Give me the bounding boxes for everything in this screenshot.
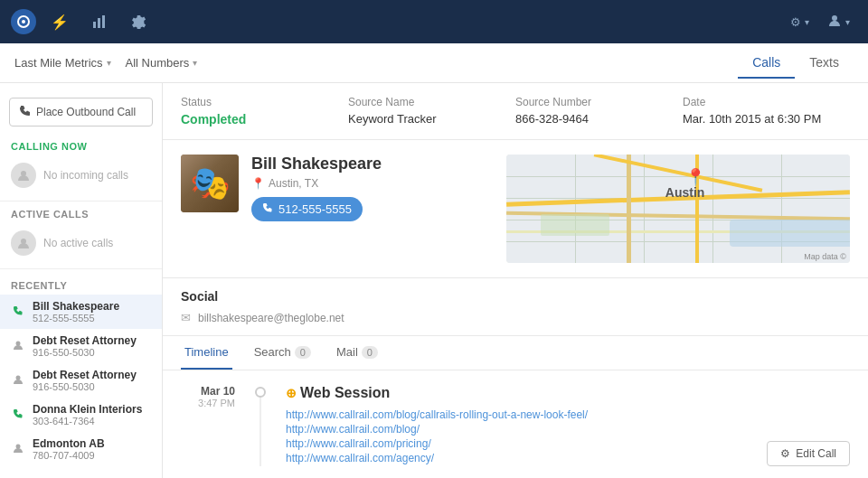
status-label: Status [181, 96, 330, 108]
active-calls-label: ACTIVE CALLS [0, 205, 162, 225]
map-city-label: Austin [665, 185, 705, 200]
recent-item-info-4: Donna Klein Interiors 303-641-7364 [33, 403, 142, 426]
source-name-section: Source Name Keyword Tracker [348, 96, 515, 127]
tab-timeline[interactable]: Timeline [181, 336, 232, 370]
caller-phone-display: 512-555-5555 [278, 202, 352, 216]
recent-item-debt-reset-1[interactable]: Debt Reset Attorney 916-550-5030 [0, 329, 162, 363]
reports-icon[interactable] [83, 5, 116, 38]
activity-icon[interactable]: ⚡ [43, 5, 76, 38]
recent-item-info-2: Debt Reset Attorney 916-550-5030 [33, 334, 137, 358]
phone-call-icon [11, 305, 25, 319]
phone-icon-2 [11, 408, 25, 422]
numbers-selector[interactable]: All Numbers ▾ [126, 52, 198, 73]
top-nav-left: ⚡ [11, 5, 156, 38]
phone-outbound-icon [19, 105, 31, 119]
recent-item-info-5: Edmonton AB 780-707-4009 [33, 437, 105, 461]
recent-item-info-3: Debt Reset Attorney 916-550-5030 [33, 369, 137, 392]
edit-call-button[interactable]: ⚙ Edit Call [767, 441, 850, 466]
numbers-label: All Numbers [126, 56, 190, 70]
caller-info: Bill Shakespeare 📍 Austin, TX 512-555-55… [181, 155, 488, 263]
svg-rect-3 [98, 18, 100, 28]
sidebar-divider-2 [0, 268, 162, 269]
gear-dropdown-btn[interactable]: ⚙ ▾ [783, 12, 816, 33]
caller-city: Austin, TX [269, 177, 318, 190]
place-outbound-call-button[interactable]: Place Outbound Call [9, 98, 153, 127]
caller-details: Bill Shakespeare 📍 Austin, TX 512-555-55… [251, 155, 382, 221]
recently-label: RECENTLY [0, 273, 162, 295]
recent-item-bill-shakespeare[interactable]: Bill Shakespeare 512-555-5555 [0, 295, 162, 329]
recent-item-phone-2: 916-550-5030 [33, 347, 137, 358]
gear-chevron-icon: ▾ [805, 17, 809, 27]
user-icon [827, 14, 842, 31]
date-label: Date [683, 96, 832, 108]
no-active-text: No active calls [43, 237, 113, 249]
call-phone-button[interactable]: 512-555-5555 [251, 197, 363, 221]
sub-nav-left: Last Mile Metrics ▾ All Numbers ▾ [14, 52, 197, 73]
location-pin-icon: 📍 [251, 177, 265, 190]
email-icon: ✉ [181, 311, 191, 324]
caller-name: Bill Shakespeare [251, 155, 382, 173]
tab-calls[interactable]: Calls [738, 48, 795, 79]
source-name-label: Source Name [348, 96, 497, 108]
tab-mail[interactable]: Mail 0 [333, 336, 382, 370]
svg-rect-4 [102, 15, 105, 28]
no-incoming-text: No incoming calls [43, 169, 128, 182]
no-incoming-avatar [11, 163, 36, 188]
map-container[interactable]: Austin 📍 Map data © [506, 155, 850, 263]
recent-item-phone-4: 303-641-7364 [33, 416, 142, 426]
svg-point-9 [16, 375, 21, 380]
social-section: Social ✉ billshakespeare@theglobe.net [163, 278, 868, 336]
user-icon-1 [11, 340, 25, 353]
svg-point-10 [16, 444, 21, 448]
recent-item-donna-klein[interactable]: Donna Klein Interiors 303-641-7364 [0, 398, 162, 432]
timeline-dot-column [250, 385, 271, 466]
svg-point-1 [22, 20, 25, 23]
edit-gear-icon: ⚙ [780, 447, 790, 460]
timeline-row: Mar 10 3:47 PM ⊕ Web Session http://www.… [181, 385, 850, 466]
recent-item-phone-3: 916-550-5030 [33, 381, 137, 392]
user-dropdown-btn[interactable]: ▾ [820, 10, 857, 34]
social-email-value: billshakespeare@theglobe.net [198, 312, 344, 324]
call-detail: Bill Shakespeare 📍 Austin, TX 512-555-55… [163, 140, 868, 278]
recent-item-name-5: Edmonton AB [33, 437, 105, 450]
recent-item-debt-reset-2[interactable]: Debt Reset Attorney 916-550-5030 [0, 363, 162, 398]
recent-item-phone: 512-555-5555 [33, 313, 119, 323]
session-link-1[interactable]: http://www.callrail.com/blog/ [286, 423, 850, 436]
session-link-2[interactable]: http://www.callrail.com/pricing/ [286, 437, 850, 450]
top-nav-right: ⚙ ▾ ▾ [783, 10, 857, 34]
top-nav: ⚡ ⚙ ▾ ▾ [0, 0, 868, 43]
settings-icon[interactable] [123, 5, 156, 38]
main-layout: Place Outbound Call CALLING NOW No incom… [0, 83, 868, 478]
recent-item-edmonton[interactable]: Edmonton AB 780-707-4009 [0, 432, 162, 466]
detail-tabs: Timeline Search 0 Mail 0 [163, 336, 868, 370]
account-label: Last Mile Metrics [14, 56, 103, 70]
tab-mail-count: 0 [362, 346, 378, 359]
account-selector[interactable]: Last Mile Metrics ▾ [14, 52, 111, 73]
session-link-3[interactable]: http://www.callrail.com/agency/ [286, 452, 850, 464]
timeline-dot [255, 387, 266, 398]
recent-item-name-2: Debt Reset Attorney [33, 334, 137, 347]
recent-item-name-3: Debt Reset Attorney [33, 369, 137, 381]
date-value: Mar. 10th 2015 at 6:30 PM [683, 112, 832, 126]
tab-search[interactable]: Search 0 [250, 336, 315, 370]
web-session-icon: ⊕ [286, 386, 297, 400]
recent-item-name-4: Donna Klein Interiors [33, 403, 142, 416]
calling-now-label: CALLING NOW [0, 137, 162, 157]
recent-item-info: Bill Shakespeare 512-555-5555 [33, 300, 119, 323]
timeline-section: Mar 10 3:47 PM ⊕ Web Session http://www.… [163, 370, 868, 478]
session-link-0[interactable]: http://www.callrail.com/blog/callrails-r… [286, 408, 850, 421]
map-pin-icon: 📍 [685, 167, 705, 187]
source-name-value: Keyword Tracker [348, 112, 497, 126]
account-chevron-icon: ▾ [107, 58, 111, 68]
caller-portrait [181, 155, 239, 212]
tab-texts[interactable]: Texts [795, 48, 854, 79]
map-background: Austin 📍 Map data © [506, 155, 850, 263]
tab-mail-label: Mail [336, 345, 358, 359]
timeline-line [259, 398, 261, 466]
user-icon-3 [11, 443, 25, 456]
edit-call-label: Edit Call [796, 447, 836, 460]
source-number-section: Source Number 866-328-9464 [515, 96, 683, 127]
main-tabs: Calls Texts [738, 48, 854, 79]
recent-item-name: Bill Shakespeare [33, 300, 119, 313]
no-active-calls: No active calls [0, 225, 162, 265]
